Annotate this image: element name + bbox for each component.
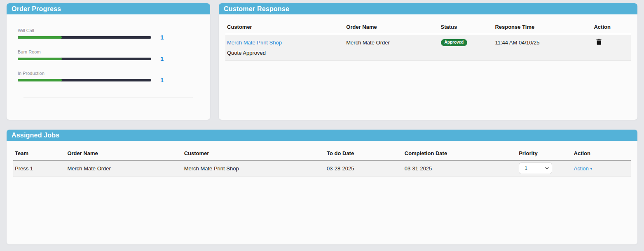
customer-response-title: Customer Response xyxy=(224,5,289,13)
progress-group-burn-room: Burn Room 1 xyxy=(18,49,199,60)
order-progress-title: Order Progress xyxy=(12,5,61,13)
completion-date-cell: 03-31-2025 xyxy=(403,160,517,177)
column-header-team: Team xyxy=(13,148,66,160)
table-row-note: Quote Approved xyxy=(225,48,631,61)
column-header-action: Action xyxy=(572,148,631,160)
column-header-action: Action xyxy=(592,21,631,34)
trash-icon xyxy=(596,39,602,45)
table-row: Merch Mate Print Shop Merch Mate Order A… xyxy=(225,34,631,49)
progress-bar xyxy=(18,79,151,81)
todo-date-cell: 03-28-2025 xyxy=(325,160,403,177)
progress-group-in-production: In Production 1 xyxy=(18,71,199,81)
quote-note: Quote Approved xyxy=(225,48,631,61)
assigned-jobs-table: Team Order Name Customer To do Date Comp… xyxy=(13,148,631,177)
column-header-status: Status xyxy=(439,21,494,34)
column-header-response-time: Response Time xyxy=(493,21,592,34)
table-row: Press 1 Merch Mate Order Merch Mate Prin… xyxy=(13,160,631,177)
progress-label: Burn Room xyxy=(18,49,199,54)
divider xyxy=(23,97,193,98)
column-header-order-name: Order Name xyxy=(344,21,439,34)
table-header-row: Team Order Name Customer To do Date Comp… xyxy=(13,148,631,160)
progress-bar-fill xyxy=(18,36,62,39)
customer-link[interactable]: Merch Mate Print Shop xyxy=(227,40,282,46)
table-header-row: Customer Order Name Status Response Time… xyxy=(225,21,631,34)
assigned-jobs-header: Assigned Jobs xyxy=(7,130,637,141)
progress-bar-fill xyxy=(18,79,62,81)
delete-button[interactable] xyxy=(596,39,602,45)
customer-cell: Merch Mate Print Shop xyxy=(183,160,325,177)
progress-group-will-call: Will Call 1 xyxy=(18,28,199,39)
progress-bar xyxy=(18,58,151,60)
action-dropdown-link[interactable]: Action▾ xyxy=(574,165,592,172)
progress-bar-fill xyxy=(18,58,62,60)
response-time-cell: 11:44 AM 04/10/25 xyxy=(493,34,592,49)
priority-select[interactable]: 1 xyxy=(519,163,552,174)
assigned-jobs-panel: Assigned Jobs Team Order Name Customer T… xyxy=(7,130,637,244)
order-progress-body: Will Call 1 Burn Room 1 In Production xyxy=(7,14,210,98)
column-header-customer: Customer xyxy=(225,21,344,34)
assigned-jobs-title: Assigned Jobs xyxy=(12,132,59,139)
customer-response-header: Customer Response xyxy=(219,3,637,14)
column-header-priority: Priority xyxy=(517,148,572,160)
progress-label: In Production xyxy=(18,71,199,76)
customer-response-panel: Customer Response Customer Order Name St… xyxy=(219,3,637,120)
progress-count: 1 xyxy=(160,58,164,60)
status-badge: Approved xyxy=(441,39,468,46)
progress-count: 1 xyxy=(160,79,164,81)
progress-bar xyxy=(18,36,151,39)
progress-label: Will Call xyxy=(18,28,199,33)
team-cell: Press 1 xyxy=(13,160,66,177)
order-progress-panel: Order Progress Will Call 1 Burn Room 1 I… xyxy=(7,3,210,120)
caret-down-icon: ▾ xyxy=(590,167,592,171)
column-header-customer: Customer xyxy=(183,148,325,160)
customer-response-table: Customer Order Name Status Response Time… xyxy=(225,21,631,61)
column-header-todo-date: To do Date xyxy=(325,148,403,160)
progress-count: 1 xyxy=(160,36,164,39)
column-header-order-name: Order Name xyxy=(66,148,182,160)
order-name-cell: Merch Mate Order xyxy=(66,160,182,177)
column-header-completion-date: Completion Date xyxy=(403,148,517,160)
order-name-cell: Merch Mate Order xyxy=(344,34,439,49)
order-progress-header: Order Progress xyxy=(7,3,210,14)
action-link-label: Action xyxy=(574,165,589,172)
